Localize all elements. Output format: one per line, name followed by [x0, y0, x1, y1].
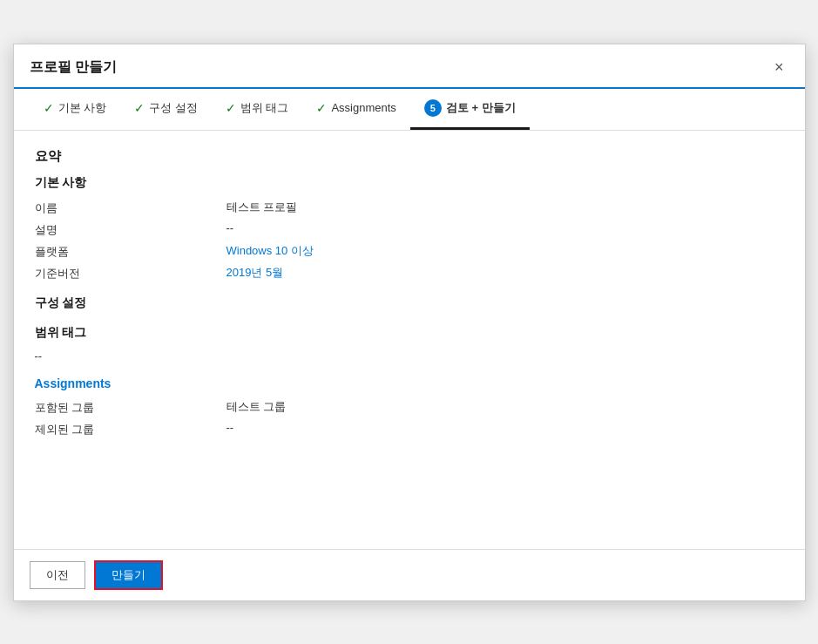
basics-section-title: 기본 사항: [35, 175, 784, 191]
tab-assignments-label: Assignments: [331, 101, 395, 114]
excluded-label: 제외된 그룹: [35, 421, 226, 437]
tab-config[interactable]: ✓ 구성 설정: [120, 90, 212, 129]
summary-heading: 요약: [35, 148, 784, 165]
platform-row: 플랫폼 Windows 10 이상: [35, 243, 784, 260]
baseline-value: 2019년 5월: [226, 265, 284, 281]
step-badge-review: 5: [424, 99, 442, 117]
config-section-title: 구성 설정: [35, 295, 784, 311]
tab-review[interactable]: 5 검토 + 만들기: [410, 89, 530, 130]
titlebar: 프로필 만들기 ×: [14, 44, 805, 89]
prev-button[interactable]: 이전: [30, 561, 85, 589]
close-button[interactable]: ×: [769, 57, 789, 78]
excluded-row: 제외된 그룹 --: [35, 421, 784, 437]
platform-label: 플랫폼: [35, 243, 226, 260]
check-icon-basics: ✓: [44, 101, 54, 115]
tab-config-label: 구성 설정: [149, 100, 198, 116]
tab-basics-label: 기본 사항: [58, 100, 107, 116]
create-profile-dialog: 프로필 만들기 × ✓ 기본 사항 ✓ 구성 설정 ✓ 범위 태그 ✓ Assi…: [13, 44, 806, 601]
dialog-body: 요약 기본 사항 이름 테스트 프로필 설명 -- 플랫폼 Windows 10…: [14, 131, 805, 549]
desc-label: 설명: [35, 221, 226, 238]
name-value: 테스트 프로필: [226, 200, 298, 215]
tab-review-label: 검토 + 만들기: [446, 100, 516, 116]
assignments-section-title: Assignments: [35, 376, 784, 390]
check-icon-assignments: ✓: [316, 101, 327, 115]
tab-bar: ✓ 기본 사항 ✓ 구성 설정 ✓ 범위 태그 ✓ Assignments 5 …: [14, 89, 805, 131]
tab-scope-label: 범위 태그: [240, 100, 289, 116]
tab-basics[interactable]: ✓ 기본 사항: [30, 90, 121, 129]
included-value: 테스트 그룹: [226, 399, 287, 415]
tab-assignments[interactable]: ✓ Assignments: [302, 91, 409, 128]
tab-scope[interactable]: ✓ 범위 태그: [212, 90, 303, 129]
check-icon-config: ✓: [134, 101, 145, 115]
scope-section-title: 범위 태그: [35, 325, 784, 341]
included-row: 포함된 그룹 테스트 그룹: [35, 399, 784, 416]
desc-value: --: [226, 221, 234, 234]
desc-row: 설명 --: [35, 221, 784, 238]
scope-value-row: --: [35, 349, 784, 363]
name-row: 이름 테스트 프로필: [35, 200, 784, 216]
included-label: 포함된 그룹: [35, 399, 226, 416]
name-label: 이름: [35, 200, 226, 216]
scope-value: --: [35, 349, 43, 363]
excluded-value: --: [226, 421, 234, 434]
platform-value: Windows 10 이상: [226, 243, 314, 259]
check-icon-scope: ✓: [226, 101, 236, 115]
dialog-footer: 이전 만들기: [14, 549, 805, 600]
dialog-title: 프로필 만들기: [30, 58, 117, 77]
create-button[interactable]: 만들기: [94, 560, 163, 590]
baseline-row: 기준버전 2019년 5월: [35, 265, 784, 281]
baseline-label: 기준버전: [35, 265, 226, 281]
